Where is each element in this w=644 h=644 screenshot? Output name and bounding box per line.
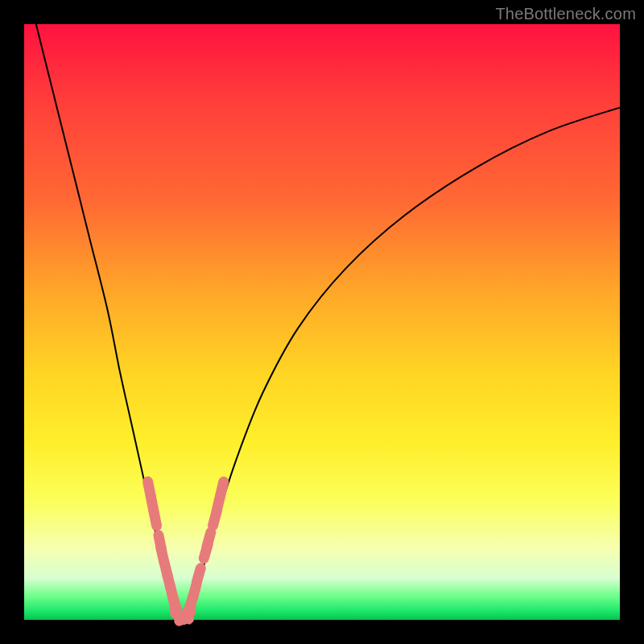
plot-area (24, 24, 620, 620)
data-marker (221, 481, 224, 496)
data-marker (154, 511, 157, 526)
chart-svg (24, 24, 620, 620)
watermark-text: TheBottleneck.com (495, 5, 636, 23)
marker-layer (148, 481, 224, 621)
data-marker (207, 532, 211, 546)
chart-frame: TheBottleneck.com (0, 0, 644, 644)
curve-layer (36, 24, 620, 617)
curve-right-branch (185, 108, 620, 617)
data-marker (196, 568, 200, 582)
